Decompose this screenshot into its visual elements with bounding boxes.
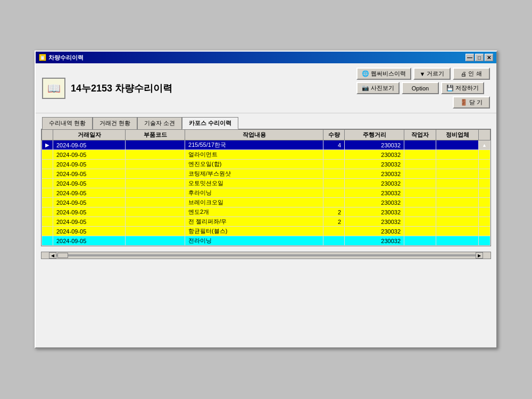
tab-technician[interactable]: 기술자 소견 <box>137 117 182 129</box>
row-arrow <box>42 207 53 217</box>
row-part-code <box>126 188 185 198</box>
row-date: 2024-09-05 <box>53 160 126 169</box>
scroll-left-button[interactable]: ◀ <box>49 252 56 259</box>
col-arrow <box>42 130 53 140</box>
book-icon: 📖 <box>42 78 65 99</box>
option-label: Option <box>412 85 429 92</box>
row-qty <box>323 188 345 198</box>
row-date: 2024-09-05 <box>53 169 126 179</box>
row-arrow <box>42 198 53 207</box>
row-part-code <box>126 227 185 236</box>
option-button[interactable]: Option <box>402 82 439 94</box>
row-worker <box>404 188 436 198</box>
close-window-button[interactable]: 🚪 닫 기 <box>453 96 490 109</box>
row-worker <box>404 227 436 236</box>
col-scroll <box>479 130 491 140</box>
row-mileage: 230032 <box>345 217 404 227</box>
row-date: 2024-09-05 <box>53 150 126 160</box>
row-arrow <box>42 227 53 236</box>
row-qty <box>323 198 345 207</box>
tab-repair-status[interactable]: 수리내역 현황 <box>42 117 93 129</box>
row-arrow <box>42 150 53 160</box>
row-shop <box>436 217 479 227</box>
row-part-code <box>126 179 185 188</box>
row-worker <box>404 179 436 188</box>
table-row[interactable]: 2024-09-05후라이닝230032 <box>42 188 491 198</box>
tab-transaction[interactable]: 거래건 현황 <box>93 117 137 129</box>
table-row[interactable]: ▶2024-09-05215/55/17한국4230032▲ <box>42 140 491 150</box>
row-qty <box>323 227 345 236</box>
row-qty: 4 <box>323 140 345 150</box>
table-row[interactable]: 2024-09-05엔도2개2230032 <box>42 207 491 217</box>
print-button[interactable]: 🖨 인 쇄 <box>453 68 490 80</box>
row-part-code <box>126 160 185 169</box>
col-qty: 수량 <box>323 130 345 140</box>
row-mileage: 230032 <box>345 179 404 188</box>
row-shop <box>436 198 479 207</box>
web-service-button[interactable]: 🌐 웹써비스이력 <box>356 68 411 80</box>
scroll-right-button[interactable]: ▶ <box>476 252 483 259</box>
close-button[interactable]: ✕ <box>485 54 493 61</box>
row-date: 2024-09-05 <box>53 217 126 227</box>
row-date: 2024-09-05 <box>53 207 126 217</box>
header-title: 14누2153 차량수리이력 <box>71 82 172 95</box>
row-date: 2024-09-05 <box>53 179 126 188</box>
table-row[interactable]: 2024-09-05오토밋션오일230032 <box>42 179 491 188</box>
tab-transaction-label: 거래건 현황 <box>99 120 130 126</box>
table-row[interactable]: 2024-09-05얼라이먼트230032 <box>42 150 491 160</box>
table-row[interactable]: 2024-09-05항균필터(블스)230032 <box>42 227 491 236</box>
row-scroll-col <box>479 217 491 227</box>
col-shop: 정비업체 <box>436 130 479 140</box>
table-row[interactable]: 2024-09-05전라이닝230032 <box>42 236 491 246</box>
save-label: 저장하기 <box>455 84 479 92</box>
row-shop <box>436 207 479 217</box>
data-table: 거래일자 부품코드 작업내용 수량 주행거리 작업자 정비업체 ▶2024-09… <box>41 129 491 246</box>
maximize-button[interactable]: □ <box>475 54 484 61</box>
row-qty <box>323 179 345 188</box>
col-part-code: 부품코드 <box>126 130 185 140</box>
tab-technician-label: 기술자 소견 <box>144 120 175 126</box>
table-row[interactable]: 2024-09-05브레이크오일230032 <box>42 198 491 207</box>
row-work-content: 엔도2개 <box>185 207 323 217</box>
table-row[interactable]: 2024-09-05엔진오일(합)230032 <box>42 160 491 169</box>
row-worker <box>404 236 436 246</box>
header-buttons: 🌐 웹써비스이력 ▼ 거르기 🖨 인 쇄 📷 사진보기 Op <box>356 68 490 109</box>
row-shop <box>436 188 479 198</box>
filter-button[interactable]: ▼ 거르기 <box>413 68 451 80</box>
row-date: 2024-09-05 <box>53 140 126 150</box>
row-shop <box>436 236 479 246</box>
header-area: 📖 14누2153 차량수리이력 🌐 웹써비스이력 ▼ 거르기 🖨 인 쇄 <box>36 63 496 113</box>
row-part-code <box>126 140 185 150</box>
row-mileage: 230032 <box>345 227 404 236</box>
row-arrow <box>42 179 53 188</box>
horizontal-scrollbar[interactable]: ◀ ▶ <box>41 252 491 259</box>
row-qty: 2 <box>323 217 345 227</box>
table-row[interactable]: 2024-09-05전 젤리퍼좌/우2230032 <box>42 217 491 227</box>
row-mileage: 230032 <box>345 207 404 217</box>
row-scroll-col: ▲ <box>479 140 491 150</box>
row-qty <box>323 150 345 160</box>
window-title: 차량수리이력 <box>48 54 84 62</box>
table-header-row: 거래일자 부품코드 작업내용 수량 주행거리 작업자 정비업체 <box>42 130 491 140</box>
minimize-button[interactable]: — <box>466 54 474 61</box>
row-arrow <box>42 188 53 198</box>
photo-view-button[interactable]: 📷 사진보기 <box>356 82 400 94</box>
scroll-thumb[interactable] <box>57 253 68 258</box>
tab-carpos[interactable]: 카포스 수리이력 <box>182 117 238 129</box>
row-worker <box>404 169 436 179</box>
print-label: 인 쇄 <box>468 70 481 78</box>
row-date: 2024-09-05 <box>53 198 126 207</box>
table-row[interactable]: 2024-09-05코팅제/부스원샷230032 <box>42 169 491 179</box>
web-service-label: 웹써비스이력 <box>371 70 406 78</box>
row-scroll-col <box>479 188 491 198</box>
header-left: 📖 14누2153 차량수리이력 <box>42 78 172 99</box>
row-work-content: 항균필터(블스) <box>185 227 323 236</box>
col-worker: 작업자 <box>404 130 436 140</box>
save-button[interactable]: 💾 저장하기 <box>441 82 484 94</box>
row-work-content: 엔진오일(합) <box>185 160 323 169</box>
row-date: 2024-09-05 <box>53 227 126 236</box>
row-part-code <box>126 207 185 217</box>
row-part-code <box>126 217 185 227</box>
row-mileage: 230032 <box>345 160 404 169</box>
scroll-track <box>56 254 476 256</box>
